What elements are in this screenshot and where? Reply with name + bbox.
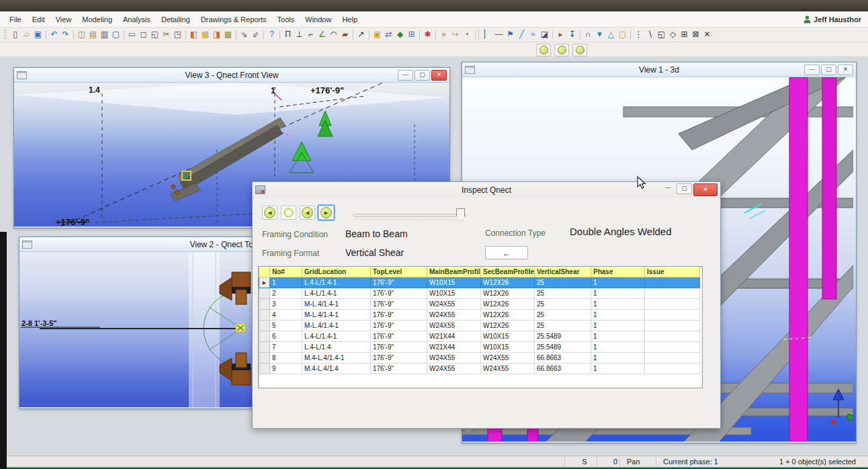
snap-off-icon[interactable]: ✕ [701,29,713,40]
menu-item[interactable]: Analysis [118,13,156,26]
cut-icon[interactable]: ✂ [161,29,172,40]
select-filter-icon[interactable]: ▼ [594,29,605,40]
pan-tool-icon[interactable]: ⇘ [238,29,250,40]
new-view-icon[interactable]: ▭ [126,29,138,40]
minimize-icon[interactable]: — [398,70,413,81]
measure-icon[interactable]: ↗ [355,29,367,40]
table-row[interactable]: 9 M.4-L.4/1.4 176'-9" W24X55 W24X55 66.8… [259,364,700,374]
col-secbeamprofile[interactable]: SecBeamProfile [481,267,535,278]
sketch-icon[interactable]: ╱ [516,29,527,40]
slider-track[interactable] [353,214,466,217]
table-row[interactable]: 8 M.4-L.4/1.4-1 176'-9" W24X55 W24X55 66… [259,353,700,364]
minimize-icon[interactable]: — [661,183,675,193]
menu-item[interactable]: Window [300,13,337,26]
clash-check-icon[interactable]: ✱ [422,29,433,40]
move-icon[interactable]: ◨ [211,29,222,40]
new-model-icon[interactable]: ▯ [9,29,21,40]
grid-icon[interactable]: ⊞ [406,29,417,40]
view3-titlebar[interactable]: View 3 - Qnect Front View — ▢ ✕ [14,68,449,83]
rotate-tool-icon[interactable]: ⇙ [250,29,261,40]
inquire-icon[interactable]: ? [266,29,277,40]
drawing-list-icon[interactable]: ▤ [87,29,99,40]
create-beam-icon[interactable]: Π [282,29,294,40]
capture-icon[interactable]: ▢ [110,29,122,40]
phase-ball-2-icon[interactable] [554,44,569,56]
step-next-button[interactable]: ▶ [318,206,334,220]
table-row[interactable]: 6 L.4-L/1.4-1 176'-9" W21X44 W10X15 25.5… [259,331,700,342]
properties-icon[interactable]: ▩ [222,29,234,40]
dialog-titlebar[interactable]: Inspect Qnect — ▢ ✕ [253,182,720,198]
step-back-button[interactable]: ◀ [262,206,277,220]
close-icon[interactable]: ✕ [431,70,447,81]
restore-icon[interactable]: ▢ [821,65,836,75]
menu-item[interactable]: Edit [27,13,50,26]
copy-icon[interactable]: ▦ [200,29,211,40]
zoom-window-icon[interactable]: ◳ [172,29,183,40]
open-drawing-icon[interactable]: ◫ [76,29,87,40]
snap-lines-icon[interactable]: ∖ [644,29,656,40]
menu-item[interactable]: Drawings & Reports [196,13,272,26]
report-icon[interactable]: ◧ [188,29,200,40]
col-phase[interactable]: Phase [591,267,645,278]
restore-icon[interactable]: ▢ [677,183,692,194]
hide-icon[interactable]: » [438,29,449,40]
autoconnect-icon[interactable]: ↪ [449,29,461,40]
walk-icon[interactable]: ▸ [555,29,566,40]
table-row[interactable]: 5 M-L.4/1.4-1 176'-9" W24X55 W12X26 25 1 [259,321,700,331]
col-gridlocation[interactable]: GridLocation [302,267,371,278]
toolbar-grip[interactable] [4,30,7,40]
menu-item[interactable]: File [4,13,27,26]
step-prev-button[interactable]: ◀ [300,206,315,220]
restore-icon[interactable]: ▢ [415,70,430,81]
print-icon[interactable]: ▥ [99,29,110,40]
col-no[interactable]: No# [270,267,302,278]
table-row[interactable]: 4 M-L.4/1.4-1 176'-9" W24X55 W12X26 25 1 [259,310,700,321]
table-row[interactable]: 3 M-L.4/1.4-1 176'-9" W24X55 W12X26 25 1 [259,299,700,310]
clip-plane-icon[interactable]: ▏ [482,29,493,40]
save-model-icon[interactable]: ▣ [32,29,44,40]
surface-icon[interactable]: ◪ [539,29,550,40]
snap-intersection-icon[interactable]: ◇ [667,29,679,40]
menu-item[interactable]: Detailing [156,13,196,26]
create-plate-icon[interactable]: ▰ [339,29,351,40]
select-area-icon[interactable]: ▢ [617,29,628,40]
create-polybeam-icon[interactable]: ⌐ [305,29,316,40]
redo-icon[interactable]: ↷ [60,29,71,40]
stop-button[interactable] [281,206,296,220]
snap-mid-icon[interactable]: ◱ [656,29,667,40]
close-icon[interactable]: ✕ [838,65,853,75]
plumb-icon[interactable]: ↧ [566,29,578,40]
open-model-icon[interactable]: ▱ [21,29,32,40]
phase-manager-icon[interactable]: ◔ [461,29,472,40]
menu-item[interactable]: View [50,13,77,26]
phase-ball-1-icon[interactable] [536,44,551,56]
create-angle-icon[interactable]: ∠ [316,29,328,40]
user-area[interactable]: Jeff Hausthor [804,11,868,28]
menu-item[interactable]: Help [337,13,363,26]
fit-view-icon[interactable]: ◱ [149,29,161,40]
component-icon[interactable]: ◆ [394,29,406,40]
create-arc-icon[interactable]: ◠ [328,29,339,40]
table-row[interactable]: ▶ 1 L.4-L/1.4-1 176'-9" W10X15 W12X26 25… [259,278,700,288]
col-toplevel[interactable]: TopLevel [371,267,427,278]
col-mainbeamprofile[interactable]: MainBeamProfile [427,267,481,278]
col-verticalshear[interactable]: VerticalShear [535,267,591,278]
inspect-qnect-dialog[interactable]: Inspect Qnect — ▢ ✕ ◀ [252,181,721,429]
weld-icon[interactable]: ≈ [527,29,539,40]
snap-grid-icon[interactable]: ⊞ [679,29,690,40]
minimize-icon[interactable]: — [804,65,820,75]
back-button[interactable]: ← [485,246,528,259]
table-row[interactable]: 2 L.4-L/1.4-1 176'-9" W10X15 W12X26 25 1 [259,288,700,299]
table-row[interactable]: 7 L.4-L/1.4 176'-9" W21X44 W10X15 25.548… [259,342,700,353]
flag-icon[interactable]: ⚑ [505,29,516,40]
phase-ball-3-icon[interactable] [572,44,587,56]
snap-points-icon[interactable]: ⋮ [633,29,644,40]
record-slider[interactable] [353,208,466,222]
dimension-icon[interactable]: — [493,29,505,40]
menu-item[interactable]: Tools [272,13,300,26]
bolt-cluster-bottom[interactable] [220,353,251,385]
snap-any-icon[interactable]: ⊠ [690,29,701,40]
display-filter-icon[interactable]: △ [605,29,617,40]
close-icon[interactable]: ✕ [693,183,718,196]
undo-icon[interactable]: ↶ [48,29,60,40]
